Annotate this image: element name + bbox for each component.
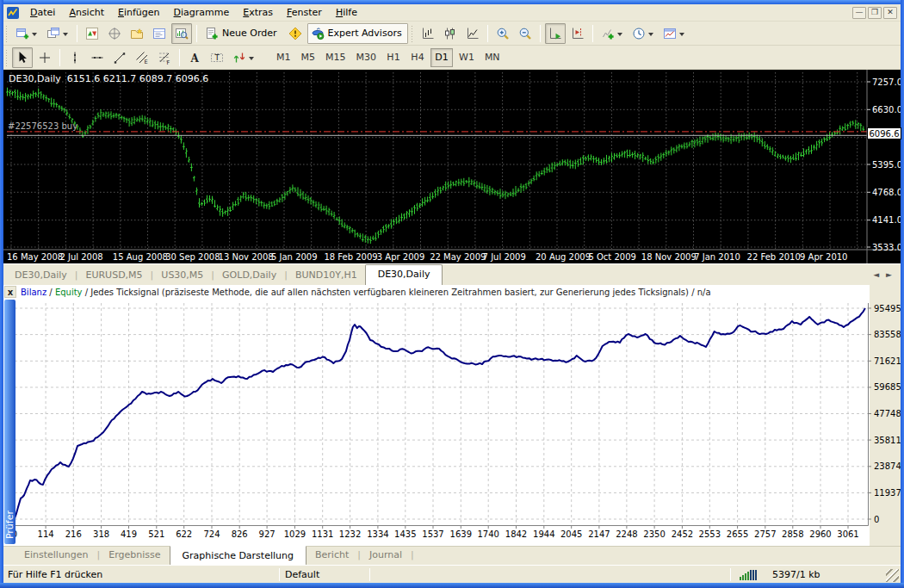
equidistant-channel-tool-button[interactable]: E <box>132 47 152 68</box>
dropdown-caret-icon[interactable] <box>679 33 684 39</box>
horizontal-line-tool-button[interactable] <box>87 47 108 68</box>
tab-scroll-left-icon[interactable]: ◄ <box>873 270 879 279</box>
menu-item-diagramme[interactable]: Diagramme <box>167 5 237 20</box>
tab-scroll-right-icon[interactable]: ► <box>886 270 892 279</box>
strategy-tester-button[interactable] <box>171 23 192 44</box>
svg-text:F: F <box>167 59 170 65</box>
tester-close-button[interactable]: x <box>4 286 16 298</box>
status-traffic: 5397/1 kb <box>772 569 820 580</box>
equity-y-axis-label: 95495 <box>874 304 901 313</box>
timeframe-w1-button[interactable]: W1 <box>455 48 479 67</box>
close-button[interactable]: ✕ <box>883 7 897 19</box>
timeframe-d1-button[interactable]: D1 <box>430 48 453 67</box>
periods-button[interactable] <box>628 23 658 44</box>
timeframe-m30-button[interactable]: M30 <box>352 48 381 67</box>
line-chart-button[interactable] <box>462 23 483 44</box>
price-axis-label: 7257.0 <box>872 77 901 87</box>
svg-text:A: A <box>190 52 200 64</box>
equity-chart[interactable]: 0114216318419521622724826927102911311232… <box>14 285 901 546</box>
tester-tab-einstellungen[interactable]: Einstellungen <box>15 547 97 564</box>
price-chart-canvas[interactable]: 7257.06630.05395.04768.04141.03533.016 M… <box>3 70 901 263</box>
menu-item-datei[interactable]: Datei <box>23 5 62 20</box>
menu-item-ansicht[interactable]: Ansicht <box>62 5 111 20</box>
toolbar-grip[interactable] <box>5 49 8 66</box>
templates-button[interactable] <box>659 23 689 44</box>
chart-tab-bund10yh1[interactable]: BUND10Y,H1 <box>288 266 365 285</box>
dropdown-caret-icon[interactable] <box>249 57 254 63</box>
text-label-tool-button[interactable]: T <box>207 47 227 68</box>
dropdown-caret-icon[interactable] <box>648 33 653 39</box>
timeframe-m15-button[interactable]: M15 <box>321 48 350 67</box>
dropdown-caret-icon[interactable] <box>32 33 37 39</box>
minimize-button[interactable]: — <box>852 7 866 19</box>
chart-tab-us30m5[interactable]: US30,M5 <box>153 266 211 285</box>
status-connection: 5397/1 kb <box>731 568 886 581</box>
tester-tab-ergebnisse[interactable]: Ergebnisse <box>100 547 169 564</box>
data-window-button[interactable] <box>104 23 125 44</box>
status-bar: Für Hilfe F1 drücken Default 5397/1 kb <box>3 565 901 583</box>
toolbar-separator <box>196 25 197 42</box>
timeframe-h4-button[interactable]: H4 <box>406 48 429 67</box>
periods-icon <box>632 27 646 40</box>
chart-tab-eurusdm5[interactable]: EURUSD,M5 <box>77 266 150 285</box>
dropdown-caret-icon[interactable] <box>63 33 68 39</box>
timeframe-m1-button[interactable]: M1 <box>272 48 295 67</box>
expert-advisors-button[interactable]: Expert Advisors <box>307 23 408 44</box>
profiles-button[interactable] <box>43 23 72 44</box>
toolbar-grip[interactable] <box>5 25 8 42</box>
alerts-button[interactable] <box>285 23 306 44</box>
indicators-button[interactable] <box>598 23 627 44</box>
equity-x-axis-label: 1842 <box>505 529 527 539</box>
zoom-out-button[interactable] <box>515 23 536 44</box>
menu-item-einfgen[interactable]: Einfügen <box>111 5 167 20</box>
new-order-button[interactable]: Neue Order <box>201 23 283 44</box>
menu-item-fenster[interactable]: Fenster <box>280 5 329 20</box>
menu-item-extras[interactable]: Extras <box>236 5 280 20</box>
toolbar-grip[interactable] <box>411 25 413 42</box>
chart-tab-de30daily[interactable]: DE30,Daily <box>7 266 75 285</box>
navigator-button[interactable] <box>127 23 147 44</box>
tester-tab-bericht[interactable]: Bericht <box>306 547 357 564</box>
menu-item-hilfe[interactable]: Hilfe <box>329 5 364 20</box>
tester-tab-journal[interactable]: Journal <box>361 547 411 564</box>
timeframe-mn-button[interactable]: MN <box>480 48 505 67</box>
balance-legend: Bilanz <box>21 288 46 297</box>
status-profile[interactable]: Default <box>280 569 369 580</box>
data-window-icon <box>108 27 121 40</box>
candlestick-chart-button[interactable] <box>440 23 461 44</box>
zoom-out-icon <box>518 27 532 40</box>
arrows-tool-button[interactable] <box>229 47 258 68</box>
dropdown-caret-icon[interactable] <box>617 33 622 39</box>
equity-x-axis-label: 1537 <box>422 529 443 539</box>
new-order-button-label: Neue Order <box>222 28 277 39</box>
terminal-button[interactable] <box>149 23 170 44</box>
equity-x-axis-label: 1029 <box>284 529 306 539</box>
chart-shift-button[interactable] <box>567 23 588 44</box>
navigator-icon <box>130 27 144 40</box>
vertical-line-tool-button[interactable] <box>65 47 85 68</box>
zoom-in-button[interactable] <box>492 23 513 44</box>
zoom-in-icon <box>496 27 510 40</box>
alert-icon <box>288 27 302 40</box>
bar-chart-button[interactable] <box>418 23 438 44</box>
tester-tab-graphische-darstellung[interactable]: Graphische Darstellung <box>170 546 306 566</box>
trendline-tool-button[interactable] <box>109 47 130 68</box>
market-watch-button[interactable] <box>82 23 102 44</box>
fibonacci-tool-button[interactable]: F <box>154 47 175 68</box>
text-icon: A <box>188 51 201 65</box>
new-chart-button[interactable] <box>12 23 41 44</box>
templates-icon <box>663 27 677 40</box>
tester-panel-handle[interactable]: Prüfer <box>4 300 15 544</box>
chart-tab-golddaily[interactable]: GOLD,Daily <box>214 266 284 285</box>
timeframe-h1-button[interactable]: H1 <box>382 48 405 67</box>
crosshair-tool-button[interactable] <box>34 47 55 68</box>
auto-scroll-button[interactable] <box>545 23 566 44</box>
timeframe-m5-button[interactable]: M5 <box>297 48 320 67</box>
resize-grip[interactable] <box>886 569 899 582</box>
restore-button[interactable]: ❐ <box>868 7 882 19</box>
cursor-tool-button[interactable] <box>12 47 33 68</box>
text-tool-button[interactable]: A <box>184 47 205 68</box>
chart-tab-de30daily-active[interactable]: DE30,Daily <box>365 264 443 285</box>
price-chart[interactable]: 7257.06630.05395.04768.04141.03533.016 M… <box>3 70 901 263</box>
equity-y-axis-label: 0 <box>874 515 879 524</box>
